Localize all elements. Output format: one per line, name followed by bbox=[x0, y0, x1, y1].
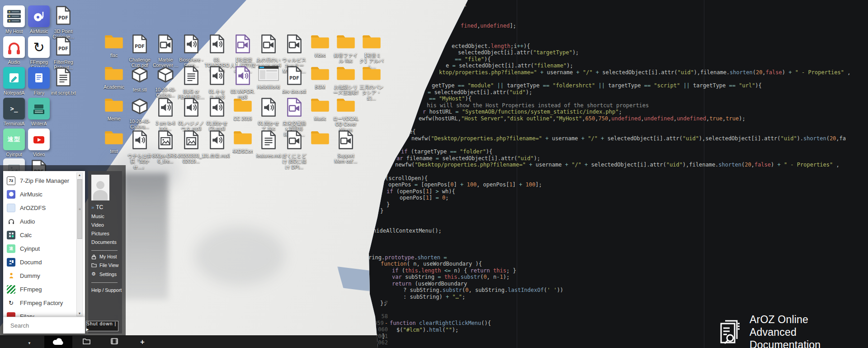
desktop-file-01-mp3[interactable]: 01.キセキ.mp3 bbox=[203, 66, 231, 100]
desktop-file-03-vapor-mp3[interactable]: 03.VAPOR.mp3 bbox=[229, 66, 256, 100]
quick-link-file-view[interactable]: File View bbox=[91, 262, 122, 268]
menu-item-airmusic[interactable]: AirMusic bbox=[3, 187, 85, 201]
menu-item-documd[interactable]: Documd bbox=[3, 255, 85, 269]
menu-item-ffmpeg[interactable]: FFmpeg bbox=[3, 282, 85, 296]
search-input[interactable] bbox=[9, 322, 91, 329]
library-link-music[interactable]: Music bbox=[91, 214, 122, 219]
menu-item-cyinput[interactable]: 速Cyinput bbox=[3, 242, 85, 255]
desktop-app-flary[interactable]: Flary bbox=[24, 67, 53, 95]
taskbar-file-explorer-button[interactable] bbox=[72, 336, 100, 348]
desktop-file-test-stl[interactable]: test.stl bbox=[126, 66, 153, 92]
desktop-file-video[interactable]: Video bbox=[307, 34, 334, 58]
desktop-file-challenge-cup-pdf[interactable]: PDFChallenge Cup.pdf bbox=[126, 34, 153, 68]
menu-item-calc[interactable]: Calc bbox=[3, 228, 85, 242]
desktop-file-mp4[interactable]: あの日のいつかは.mp4 bbox=[255, 34, 282, 68]
desktop-file-test[interactable]: test bbox=[100, 130, 127, 154]
desktop-file-init-script-txt[interactable]: init script.txt bbox=[50, 67, 77, 95]
library-link-pictures[interactable]: Pictures bbox=[91, 231, 122, 236]
desktop-file-support-mem-ost[interactable]: Support Mem ost'... bbox=[332, 130, 359, 164]
library-link-video[interactable]: Video bbox=[91, 222, 122, 228]
desktop-file-biosphere-snap[interactable]: Biosphere - Snap... bbox=[178, 34, 205, 68]
desktop-file-music[interactable]: Music bbox=[307, 97, 334, 121]
desktop-file-01-mp3[interactable]: 01.聞かせ(?).mp3 bbox=[203, 97, 231, 132]
menu-item-ffmpeg-factory[interactable]: ↻FFmpeg Factory bbox=[3, 296, 85, 310]
desktop-file-flac[interactable]: 録音ファイル flac bbox=[332, 34, 359, 64]
desktop-file-academic[interactable]: Academic bbox=[100, 66, 127, 90]
desktop-file-item[interactable]: ウチらは井荻『聞かせ...』 bbox=[126, 130, 153, 170]
user-avatar[interactable] bbox=[91, 175, 109, 200]
scrollbar-thumb[interactable]: ≡ bbox=[77, 179, 82, 239]
gear-icon: ⚙ bbox=[91, 271, 97, 277]
desktop-icon-label: お伽話シリーズ主題歌! bbox=[332, 84, 359, 95]
desktop-file-4kdscon[interactable]: 4KDSCon bbox=[229, 130, 256, 154]
desktop-file-800px-drs-6-fire[interactable]: 800px-DRS-6_fire... bbox=[152, 130, 179, 164]
library-link-documents[interactable]: Documents bbox=[91, 239, 122, 245]
menu-item-label: Filary bbox=[20, 313, 34, 317]
video-app-icon bbox=[28, 129, 50, 150]
arozdfs-icon bbox=[7, 204, 15, 212]
app-list-scrollbar[interactable]: ▲ ≡ ▼ bbox=[76, 172, 83, 316]
desktop-file-features-md[interactable]: features.md bbox=[255, 130, 282, 158]
user-row[interactable]: »TC bbox=[91, 204, 122, 210]
audio-file-icon bbox=[208, 66, 226, 87]
airmusic-icon bbox=[7, 190, 15, 199]
desktop-file-item[interactable]: 【初音ミク】アルバム... bbox=[358, 34, 385, 69]
desktop-file-folder[interactable] bbox=[307, 130, 334, 147]
desktop-app-video[interactable]: Video bbox=[24, 129, 53, 157]
desktop-file-01-flac[interactable]: 01.聞かせて.flac bbox=[255, 97, 282, 132]
desktop-file-cc-2019[interactable]: CC 2019 bbox=[229, 97, 256, 121]
code-line: ring.prototype.shorten = bbox=[368, 255, 447, 261]
desktop-icon-label: ぼくにとどけ (BDに描け DP)... bbox=[281, 153, 308, 170]
img-file-icon bbox=[183, 130, 200, 152]
menu-item-audio[interactable]: Audio bbox=[3, 215, 85, 228]
svg-text:PDF: PDF bbox=[58, 15, 68, 20]
menu-item-7-zip-file-manager[interactable]: 7z7-Zip File Manager bbox=[3, 174, 85, 187]
desktop-file-3-am-lo-fi-hph[interactable]: 3 am lo-fi hph... bbox=[152, 97, 179, 132]
desktop-app-ffmpeg-factory[interactable]: ↻FFmpeg Factory bbox=[24, 36, 53, 71]
desktop-file-3d-point-capsule[interactable]: PDF3D Point Capsule... bbox=[50, 5, 77, 40]
taskbar-start-button[interactable] bbox=[44, 336, 72, 348]
code-line: ectedObject.length;i++){ bbox=[452, 43, 530, 49]
scroll-down-icon[interactable]: ▼ bbox=[77, 311, 82, 316]
desktop-icon-label: 01.自覚.mp3 bbox=[204, 153, 231, 158]
quick-link-my-host[interactable]: My Host bbox=[91, 254, 122, 259]
desktop-file-01-mp3[interactable]: 01.自覚.mp3 bbox=[203, 130, 231, 158]
desktop-file-20200303-1-02019[interactable]: 20200303_1 02019... bbox=[178, 130, 205, 164]
taskbar-media-button[interactable] bbox=[100, 336, 128, 348]
desktop-file-flac[interactable]: flac bbox=[100, 34, 127, 58]
quick-link-settings[interactable]: ⚙Settings bbox=[91, 271, 122, 277]
shutdown-button[interactable]: Shut down |▸ bbox=[86, 321, 118, 331]
desktop-file-01-mp3[interactable]: 01.ハジメノウタ.mp3 bbox=[178, 97, 205, 132]
stl-file-icon bbox=[131, 66, 149, 86]
desktop-file-dev-dxo-pdf[interactable]: PDFdev dxo.pdf bbox=[281, 66, 308, 94]
video-file-icon bbox=[260, 34, 277, 56]
menu-item-arozdfs[interactable]: ArOZDFS bbox=[3, 201, 85, 215]
desktop-icon-label: BGM bbox=[315, 84, 326, 90]
desktop-file-filterreg-robust[interactable]: PDFFilterReg Robust... bbox=[50, 36, 77, 71]
desktop-file-bug-or-feature[interactable]: BUG or FEATURE:... bbox=[178, 66, 205, 100]
code-line: function clearRightClickMenu(){ bbox=[390, 320, 491, 326]
desktop-icon-label: 10-20-40-Calibra... bbox=[126, 119, 153, 130]
desktop-file-marble-conveyer[interactable]: Marble Conveyer ... bbox=[152, 34, 179, 68]
desktop-file-helloworld[interactable]: HelloWorld bbox=[255, 66, 282, 90]
help-support-link[interactable]: Help / Support bbox=[91, 287, 122, 293]
desktop-app-writera[interactable]: WriterA bbox=[24, 98, 53, 126]
desktop-file-item[interactable]: 三月のパンタシア・幻... bbox=[358, 66, 385, 101]
folder-file-icon bbox=[310, 66, 330, 83]
chevron-icon: ▼ bbox=[28, 338, 31, 346]
desktop-file-item[interactable]: お伽話シリーズ主題歌! bbox=[332, 66, 359, 95]
desktop-file-meme[interactable]: Meme bbox=[100, 97, 127, 121]
doc-file-icon bbox=[55, 67, 72, 89]
desktop-file-10-20-40-calibra[interactable]: 10-20-40-Calibra... bbox=[126, 97, 153, 130]
menu-item-filary[interactable]: Filary bbox=[3, 310, 85, 317]
scroll-up-icon[interactable]: ▲ bbox=[77, 173, 82, 177]
taskbar-new-tab-button[interactable]: + bbox=[128, 336, 156, 348]
menu-item-dummy[interactable]: Dummy bbox=[3, 269, 85, 282]
menu-item-label: Documd bbox=[20, 259, 42, 266]
desktop-file-bgm[interactable]: BGM bbox=[307, 66, 334, 90]
desktop-file-bd-dp[interactable]: ぼくにとどけ (BDに描け DP)... bbox=[281, 130, 308, 170]
desktop-file-vocal-od-cover-album[interactable]: ローVOCAL OD Cover Album bbox=[332, 97, 359, 133]
taskbar-show-desktop-button[interactable]: ▼ bbox=[18, 336, 41, 348]
desktop-app-airmusic[interactable]: AirMusic bbox=[24, 5, 53, 34]
desktop-file-10-20-40-calibra[interactable]: 10-20-40-Calibra... bbox=[152, 66, 179, 98]
